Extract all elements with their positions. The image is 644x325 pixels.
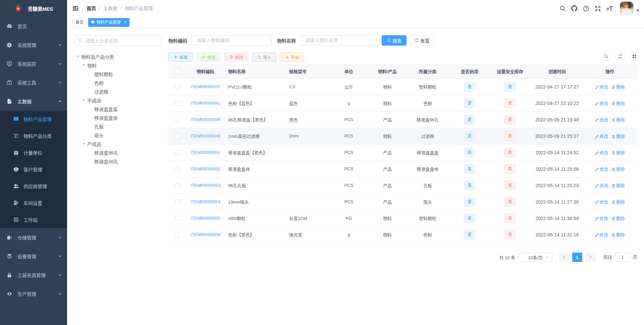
svg-text:K: K xyxy=(17,7,19,10)
svg-text:P: P xyxy=(15,202,16,204)
